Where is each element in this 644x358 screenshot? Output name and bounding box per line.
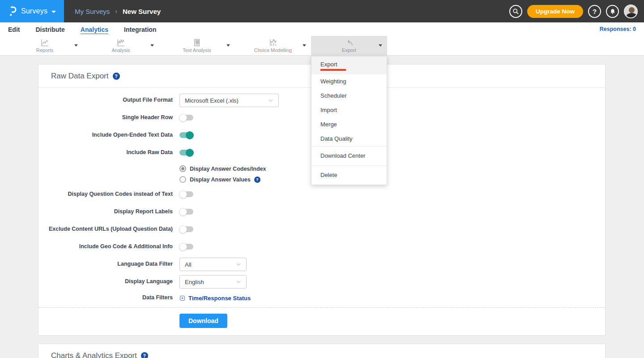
single-header-row-toggle[interactable]	[179, 115, 193, 121]
menu-item-scheduler[interactable]: Scheduler	[311, 89, 387, 103]
question-codes-toggle[interactable]	[179, 191, 193, 197]
display-answer-values-option[interactable]: Display Answer Values ?	[179, 176, 605, 183]
exclude-content-urls-label: Exclude Content URLs (Upload Question Da…	[38, 226, 173, 233]
display-answer-codes-radio[interactable]	[179, 165, 186, 172]
question-codes-label: Display Question Codes instead of Text	[38, 191, 173, 198]
reports-label: Reports	[36, 47, 54, 53]
chevron-down-icon	[51, 11, 56, 13]
display-answer-codes-label: Display Answer Codes/Index	[190, 166, 266, 172]
raw-data-export-title: Raw Data Export	[51, 72, 109, 81]
responses-count: Responses: 0	[600, 26, 636, 32]
reports-chart-icon	[40, 38, 50, 47]
help-button[interactable]: ?	[588, 5, 601, 18]
include-raw-data-label: Include Raw Data	[38, 149, 173, 156]
search-icon	[512, 8, 519, 15]
tab-distribute[interactable]: Distribute	[35, 25, 64, 33]
toolbar-group-analysis: Analysis	[83, 36, 159, 55]
geo-code-label: Include Geo Code & Additional Info	[38, 243, 173, 250]
analysis-chart-icon	[116, 38, 126, 47]
data-filters-label: Data Filters	[38, 294, 173, 302]
choice-modelling-label: Choice Modelling	[254, 47, 292, 53]
report-labels-toggle[interactable]	[179, 209, 193, 215]
reports-dropdown-caret[interactable]	[74, 44, 78, 47]
time-response-status-link[interactable]: Time/Response Status	[179, 295, 251, 302]
product-switcher[interactable]: Surveys	[0, 0, 64, 22]
notifications-button[interactable]	[606, 5, 619, 18]
display-answer-codes-option[interactable]: Display Answer Codes/Index	[179, 165, 605, 172]
include-raw-data-toggle[interactable]	[179, 150, 193, 155]
toolbar-group-reports: Reports	[7, 36, 83, 55]
text-analysis-dropdown-caret[interactable]	[226, 44, 230, 47]
toggle-knob	[179, 114, 187, 122]
text-analysis-icon	[192, 38, 202, 47]
language-data-filter-label: Language Data Filter	[38, 261, 173, 268]
raw-data-export-help-icon[interactable]: ?	[113, 73, 120, 80]
tab-analytics[interactable]: Analytics	[81, 25, 108, 33]
question-codes-row: Display Question Codes instead of Text	[38, 188, 605, 201]
breadcrumb-my-surveys[interactable]: My Surveys	[75, 8, 110, 15]
answer-display-radio-group: Display Answer Codes/Index Display Answe…	[179, 164, 605, 188]
menu-item-export-text: Export	[320, 61, 337, 68]
display-language-value: English	[185, 279, 204, 285]
toggle-knob	[186, 149, 194, 157]
choice-modelling-button[interactable]: Choice Modelling	[254, 38, 292, 53]
analysis-dropdown-caret[interactable]	[150, 44, 154, 47]
report-labels-label: Display Report Labels	[38, 208, 173, 216]
toggle-knob	[186, 131, 194, 139]
menu-item-delete[interactable]: Delete	[311, 166, 387, 185]
toolbar-group-choice-modelling: Choice Modelling	[235, 36, 311, 55]
display-language-select[interactable]: English	[179, 275, 247, 289]
toggle-knob	[179, 190, 187, 198]
menu-item-import[interactable]: Import	[311, 103, 387, 117]
download-button[interactable]: Download	[179, 314, 227, 328]
geo-code-toggle[interactable]	[179, 244, 193, 250]
report-labels-row: Display Report Labels	[38, 205, 605, 218]
reports-button[interactable]: Reports	[36, 38, 54, 53]
export-label: Export	[342, 47, 356, 53]
charts-analytics-export-card: Charts & Analytics Export ?	[38, 344, 606, 358]
tab-edit[interactable]: Edit	[8, 25, 20, 33]
toggle-knob	[179, 225, 187, 233]
questionpro-logo-icon	[8, 6, 17, 17]
product-name: Surveys	[21, 7, 47, 15]
charts-analytics-export-title: Charts & Analytics Export	[51, 351, 137, 358]
red-underline-annotation	[320, 69, 346, 71]
toggle-knob	[179, 243, 187, 251]
top-bar: Surveys My Surveys › New Survey Upgrade …	[0, 0, 644, 22]
menu-item-weighting[interactable]: Weighting	[311, 74, 387, 89]
tab-integration[interactable]: Integration	[124, 25, 156, 33]
expand-plus-icon	[179, 295, 185, 301]
export-arrow-icon	[344, 38, 354, 47]
menu-item-merge[interactable]: Merge	[311, 117, 387, 132]
analysis-label: Analysis	[112, 47, 130, 53]
topbar-actions: Upgrade Now ?	[509, 4, 638, 18]
search-button[interactable]	[509, 5, 522, 18]
analysis-button[interactable]: Analysis	[112, 38, 130, 53]
single-header-row-label: Single Header Row	[38, 114, 173, 121]
breadcrumb: My Surveys › New Survey	[75, 8, 161, 15]
export-button[interactable]: Export	[342, 38, 356, 53]
export-dropdown-caret[interactable]	[379, 44, 382, 47]
charts-analytics-export-help-icon[interactable]: ?	[141, 352, 148, 358]
text-analysis-button[interactable]: Text Analysis	[183, 38, 211, 53]
output-file-format-select[interactable]: Microsoft Excel (.xls)	[179, 94, 279, 107]
menu-item-data-quality[interactable]: Data Quality	[311, 132, 387, 146]
menu-item-export[interactable]: Export	[311, 56, 387, 74]
toggle-knob	[179, 208, 187, 216]
choice-modelling-dropdown-caret[interactable]	[303, 44, 306, 47]
menu-item-download-center[interactable]: Download Center	[311, 147, 387, 165]
user-avatar[interactable]	[624, 4, 638, 18]
chevron-down-icon	[268, 97, 274, 104]
language-data-filter-select[interactable]: All	[179, 258, 247, 271]
bell-icon	[610, 8, 616, 15]
chevron-down-icon	[235, 279, 242, 285]
language-data-filter-row: Language Data Filter All	[38, 258, 605, 271]
exclude-content-urls-toggle[interactable]	[179, 226, 193, 232]
display-answer-values-radio[interactable]	[179, 176, 186, 183]
include-open-ended-toggle[interactable]	[179, 132, 193, 138]
display-answer-values-help-icon[interactable]: ?	[254, 177, 260, 183]
upgrade-now-button[interactable]: Upgrade Now	[527, 5, 583, 18]
choice-modelling-icon	[268, 38, 278, 47]
breadcrumb-current-survey: New Survey	[123, 8, 161, 15]
charts-analytics-export-header: Charts & Analytics Export ?	[38, 344, 605, 358]
